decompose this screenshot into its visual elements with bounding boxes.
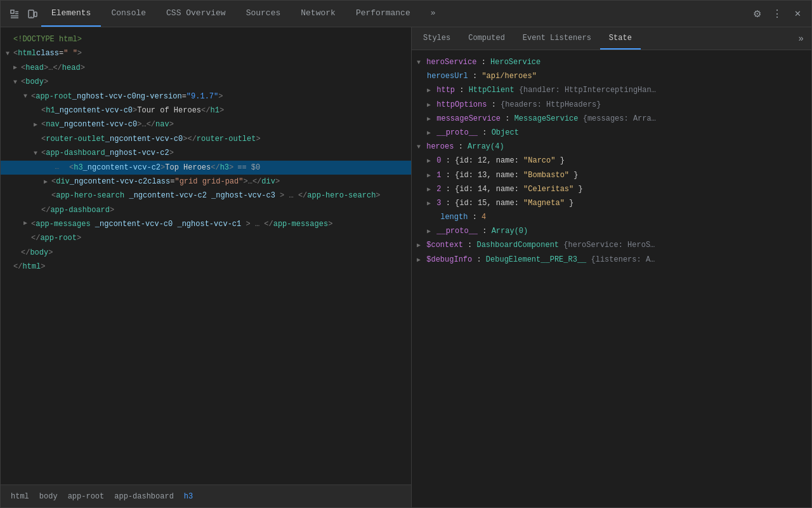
tab-event-listeners[interactable]: Event Listeners — [514, 27, 600, 50]
state-line[interactable]: ▶ 3 : {id: 15, name: "Magneta" } — [412, 196, 811, 210]
expand-arrow[interactable]: ▶ — [427, 100, 431, 112]
html-line[interactable]: ▼ <app-root _nghost-vcv-c0 ng-version="9… — [1, 90, 411, 104]
toggle-arrow — [34, 204, 41, 215]
state-line[interactable]: ▶ messageService : MessageService {messa… — [412, 112, 811, 126]
expand-arrow[interactable]: ▶ — [427, 226, 431, 238]
state-line[interactable]: ▼ heroService : HeroService — [412, 55, 811, 69]
html-line[interactable]: <h1 _ngcontent-vcv-c0 > Tour of Heroes <… — [1, 104, 411, 117]
tab-elements[interactable]: Elements — [41, 1, 101, 27]
html-line[interactable]: ▶ <head> … </head> — [1, 61, 411, 75]
elements-tree[interactable]: <!DOCTYPE html> ▼ <html class=" " > ▶ <h… — [1, 27, 411, 485]
toggle-arrow[interactable]: ▼ — [6, 48, 13, 59]
expand-arrow[interactable]: ▶ — [417, 240, 421, 252]
html-line: </app-dashboard> — [1, 203, 411, 217]
state-line[interactable]: ▶ 1 : {id: 13, name: "Bombasto" } — [412, 168, 811, 182]
line-marker: … — [44, 161, 59, 173]
tab-computed[interactable]: Computed — [459, 27, 514, 50]
state-line[interactable]: ▶ 2 : {id: 14, name: "Celeritas" } — [412, 182, 811, 196]
breadcrumb-item-app-root[interactable]: app-root — [63, 490, 110, 504]
breadcrumb-bar: html body app-root app-dashboard h3 — [1, 485, 411, 507]
html-line[interactable]: ▼ <app-dashboard _nghost-vcv-c2 > — [1, 146, 411, 160]
state-line[interactable]: ▶ 0 : {id: 12, name: "Narco" } — [412, 154, 811, 168]
html-line[interactable]: <app-hero-search _ngcontent-vcv-c2 _ngho… — [1, 189, 411, 203]
close-button[interactable]: ✕ — [789, 5, 806, 23]
toggle-arrow[interactable]: ▶ — [23, 218, 31, 229]
state-line: heroesUrl : "api/heroes" — [412, 69, 811, 83]
selected-element-line[interactable]: … <h3 _ngcontent-vcv-c2 > Top Heroes </h… — [1, 161, 411, 175]
breadcrumb-item-h3[interactable]: h3 — [179, 490, 198, 504]
html-line: <!DOCTYPE html> — [1, 32, 411, 46]
html-line[interactable]: ▼ <body> — [1, 75, 411, 89]
tab-network[interactable]: Network — [291, 1, 346, 27]
expand-arrow[interactable]: ▼ — [417, 142, 421, 154]
toggle-arrow — [34, 133, 41, 144]
html-line[interactable]: ▶ <app-messages _ngcontent-vcv-c0 _nghos… — [1, 217, 411, 231]
svg-rect-0 — [11, 10, 14, 13]
expand-arrow[interactable]: ▶ — [427, 85, 431, 97]
settings-button[interactable]: ⚙ — [748, 5, 766, 23]
state-line[interactable]: ▶ $context : DashboardComponent {heroSer… — [412, 238, 811, 252]
toggle-arrow — [6, 262, 13, 272]
toggle-arrow[interactable]: ▶ — [13, 62, 21, 73]
toggle-arrow — [62, 162, 69, 173]
expand-arrow[interactable]: ▶ — [427, 114, 431, 126]
expand-arrow[interactable]: ▼ — [417, 57, 421, 69]
tab-styles[interactable]: Styles — [414, 27, 459, 50]
breadcrumb-item-html[interactable]: html — [6, 490, 34, 504]
expand-arrow[interactable]: ▶ — [427, 170, 431, 182]
toolbar: Elements Console CSS Overview Sources Ne… — [1, 1, 811, 27]
state-line[interactable]: ▶ httpOptions : {headers: HttpHeaders} — [412, 98, 811, 112]
html-line[interactable]: ▶ <div _ngcontent-vcv-c2 class="grid gri… — [1, 175, 411, 189]
breadcrumb-item-body[interactable]: body — [34, 490, 63, 504]
toggle-arrow[interactable]: ▶ — [34, 119, 41, 130]
devtools-window: Elements Console CSS Overview Sources Ne… — [0, 0, 812, 508]
toggle-arrow — [34, 105, 41, 116]
html-line[interactable]: <router-outlet _ngcontent-vcv-c0 ></rout… — [1, 132, 411, 146]
html-line: </app-root> — [1, 231, 411, 245]
state-tree[interactable]: ▼ heroService : HeroService heroesUrl : … — [412, 50, 811, 507]
toggle-arrow — [13, 248, 21, 258]
breadcrumb-item-app-dashboard[interactable]: app-dashboard — [109, 490, 179, 504]
toggle-arrow[interactable]: ▼ — [34, 148, 41, 159]
toggle-arrow — [44, 189, 51, 200]
styles-panel: Styles Computed Event Listeners State » … — [412, 27, 811, 507]
panel-tabs-more[interactable]: » — [794, 34, 809, 44]
expand-arrow[interactable]: ▶ — [417, 255, 421, 267]
expand-arrow[interactable]: ▶ — [427, 128, 431, 140]
svg-rect-6 — [34, 12, 37, 17]
svg-point-7 — [30, 16, 32, 17]
toggle-arrow[interactable]: ▶ — [44, 177, 51, 187]
panel-tabs: Styles Computed Event Listeners State » — [412, 27, 811, 50]
tab-css-overview[interactable]: CSS Overview — [156, 1, 236, 27]
expand-arrow[interactable]: ▶ — [427, 184, 431, 196]
expand-arrow[interactable]: ▶ — [427, 198, 431, 210]
main-content: <!DOCTYPE html> ▼ <html class=" " > ▶ <h… — [1, 27, 811, 507]
tab-sources[interactable]: Sources — [236, 1, 291, 27]
more-options-button[interactable]: ⋮ — [768, 5, 786, 23]
toggle-arrow[interactable]: ▼ — [23, 91, 31, 102]
state-line[interactable]: ▼ heroes : Array(4) — [412, 140, 811, 154]
state-line[interactable]: ▶ $debugInfo : DebugElement__PRE_R3__ {l… — [412, 253, 811, 267]
expand-arrow[interactable]: ▶ — [427, 156, 431, 168]
html-line: </body> — [1, 246, 411, 260]
toggle-arrow — [6, 34, 13, 45]
toggle-arrow — [23, 233, 31, 244]
html-line[interactable]: ▶ <nav _ngcontent-vcv-c0 > … </nav> — [1, 117, 411, 131]
toggle-arrow[interactable]: ▼ — [13, 77, 21, 88]
tab-performance[interactable]: Performance — [346, 1, 421, 27]
tab-more[interactable]: » — [421, 1, 446, 27]
html-line[interactable]: ▼ <html class=" " > — [1, 46, 411, 60]
state-line[interactable]: ▶ __proto__ : Object — [412, 126, 811, 140]
html-line: </html> — [1, 260, 411, 274]
state-line[interactable]: ▶ __proto__ : Array(0) — [412, 224, 811, 238]
device-toggle-button[interactable] — [23, 5, 41, 23]
tab-console[interactable]: Console — [101, 1, 156, 27]
tab-state[interactable]: State — [600, 27, 641, 50]
elements-panel: <!DOCTYPE html> ▼ <html class=" " > ▶ <h… — [1, 27, 412, 507]
state-line[interactable]: ▶ http : HttpClient {handler: HttpInterc… — [412, 83, 811, 97]
toolbar-right: ⚙ ⋮ ✕ — [748, 5, 806, 23]
inspect-element-button[interactable] — [6, 5, 23, 23]
main-tabs: Elements Console CSS Overview Sources Ne… — [41, 1, 748, 27]
state-line: length : 4 — [412, 210, 811, 224]
